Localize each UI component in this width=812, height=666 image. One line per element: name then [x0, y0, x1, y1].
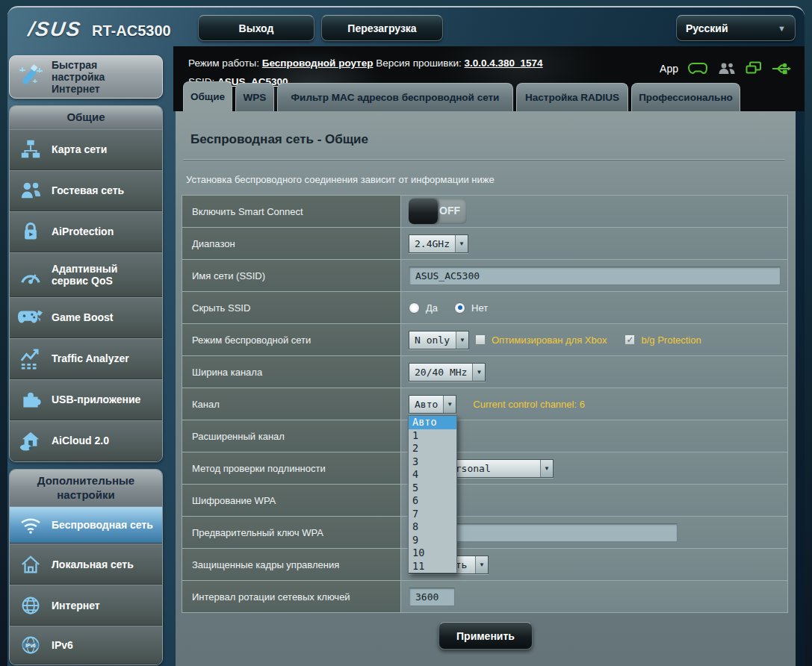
chevron-down-icon: ▼	[456, 332, 468, 349]
toggle-state-label: OFF	[439, 205, 460, 217]
sidebar-item-game-boost[interactable]: Game Boost	[10, 297, 162, 338]
usb-icon[interactable]	[772, 63, 791, 75]
chevron-down-icon: ▼	[540, 460, 553, 477]
users-icon[interactable]	[718, 62, 736, 75]
puzzle-icon	[10, 389, 52, 410]
channel-option[interactable]: 8	[409, 520, 456, 534]
channel-option[interactable]: 1	[409, 429, 456, 443]
firmware-link[interactable]: 3.0.0.4.380_1574	[464, 57, 542, 69]
channel-option[interactable]: 5	[409, 482, 456, 495]
channel-option[interactable]: 10	[409, 547, 456, 560]
chevron-down-icon: ▼	[778, 24, 786, 33]
quick-setup-button[interactable]: Быстрая настройка Интернет	[9, 55, 163, 99]
sidebar-item-ipv6[interactable]: IPv6 IPv6	[10, 626, 162, 665]
hide-ssid-label: Скрыть SSID	[182, 292, 401, 323]
sidebar-item-internet[interactable]: Интернет	[10, 585, 162, 626]
key-rotation-input[interactable]	[409, 588, 455, 606]
channel-select[interactable]: Авто ▼	[409, 395, 456, 414]
row-smart-connect: Включить Smart Connect OFF	[182, 196, 787, 228]
ssid-input[interactable]	[409, 267, 781, 285]
bg-protection-label: b/g Protection	[641, 334, 701, 346]
hide-ssid-no-label: Нет	[471, 302, 488, 314]
tab-radius[interactable]: Настройка RADIUS	[516, 83, 628, 111]
bg-protection-checkbox[interactable]: ✓	[625, 334, 635, 345]
hide-ssid-value-cell: Да Нет	[401, 292, 787, 323]
row-wireless-mode: Режим беспроводной сети N only ▼ Оптимиз…	[182, 324, 787, 356]
tab-professional[interactable]: Профессионально	[631, 83, 740, 111]
settings-table: Включить Smart Connect OFF Диапазон 2.4G…	[182, 195, 788, 613]
sidebar-item-wireless[interactable]: Беспроводная сеть	[10, 506, 162, 544]
reboot-button[interactable]: Перезагрузка	[321, 15, 443, 41]
sidebar-item-traffic-analyzer[interactable]: Traffic Analyzer	[10, 338, 162, 379]
screens-icon[interactable]	[746, 61, 762, 75]
smart-connect-toggle[interactable]: OFF	[409, 199, 467, 224]
channel-option[interactable]: 11	[409, 560, 456, 573]
language-select[interactable]: Русский ▼	[676, 15, 796, 41]
sidebar-item-aicloud[interactable]: AiCloud 2.0	[10, 420, 162, 461]
wireless-mode-select[interactable]: N only ▼	[409, 331, 469, 349]
hide-ssid-yes-label: Да	[426, 302, 438, 314]
wireless-mode-value-cell: N only ▼ Оптимизирован для Xbox ✓ b/g Pr…	[401, 324, 787, 355]
auth-method-value-cell: WPA2-Personal ▼	[401, 452, 787, 484]
tab-wps[interactable]: WPS	[235, 83, 274, 111]
channel-option[interactable]: 2	[409, 442, 456, 455]
channel-option[interactable]: 4	[409, 468, 456, 482]
logout-button[interactable]: Выход	[198, 15, 314, 41]
guest-network-icon	[10, 179, 52, 202]
sidebar-header-advanced: Дополнительные настройки	[10, 470, 162, 507]
channel-option[interactable]: Авто	[409, 416, 456, 429]
tab-mac-filter[interactable]: Фильтр MAC адресов беспроводной сети	[277, 83, 513, 111]
main-content: Беспроводная сеть - Общие Установка бесп…	[176, 111, 796, 666]
xbox-optimized-checkbox[interactable]	[475, 334, 486, 345]
shield-lock-icon	[10, 220, 52, 243]
firmware-label: Версия прошивки:	[376, 57, 461, 69]
extension-channel-value-cell	[401, 420, 787, 452]
row-extension-channel: Расширенный канал	[182, 420, 787, 452]
toggle-knob	[409, 199, 438, 224]
sidebar-item-adaptive-qos[interactable]: Адаптивный сервис QoS	[10, 252, 162, 297]
channel-value-cell: Авто ▼ Current control channel: 6	[401, 388, 787, 420]
sidebar-group-general: Общие Карта сети Гостевая сеть	[9, 105, 163, 462]
gauge-icon	[10, 264, 52, 285]
channel-option[interactable]: 3	[409, 455, 456, 469]
wireless-mode-label: Режим беспроводной сети	[182, 324, 401, 355]
tab-general[interactable]: Общие	[183, 81, 232, 111]
smart-connect-label: Включить Smart Connect	[182, 196, 401, 227]
sidebar: Быстрая настройка Интернет Общие Карта с…	[9, 55, 163, 665]
hide-ssid-no-radio[interactable]	[454, 302, 465, 314]
channel-label: Канал	[182, 388, 401, 420]
row-ssid: Имя сети (SSID)	[182, 260, 787, 292]
globe-icon	[10, 595, 52, 616]
ipv6-icon: IPv6	[10, 635, 52, 656]
channel-width-select[interactable]: 20/40 MHz ▼	[409, 363, 486, 382]
cloud-home-icon	[10, 430, 52, 451]
channel-option[interactable]: 6	[409, 494, 456, 508]
sidebar-item-guest-network[interactable]: Гостевая сеть	[10, 170, 162, 211]
sidebar-item-network-map[interactable]: Карта сети	[10, 129, 162, 170]
xbox-optimized-label: Оптимизирован для Xbox	[492, 334, 607, 346]
sidebar-item-usb-application[interactable]: USB-приложение	[10, 379, 162, 420]
wpa-key-label: Предварительный ключ WPA	[182, 517, 401, 548]
wpa-key-value-cell	[401, 517, 787, 548]
operation-mode-link[interactable]: Беспроводной роутер	[262, 57, 374, 69]
sidebar-item-aiprotection[interactable]: AiProtection	[10, 211, 162, 252]
network-map-icon	[10, 138, 52, 161]
page-description: Установка беспроводного соединения завис…	[186, 174, 495, 185]
title-divider	[183, 159, 785, 160]
channel-width-value-cell: 20/40 MHz ▼	[401, 356, 787, 388]
home-icon	[10, 554, 52, 575]
status-line-1: Режим работы: Беспроводной роутер Версия…	[188, 57, 543, 69]
app-icon-strip: App	[660, 61, 791, 75]
channel-option[interactable]: 7	[409, 508, 456, 521]
apply-button[interactable]: Применить	[438, 622, 533, 650]
channel-option[interactable]: 9	[409, 534, 456, 547]
hide-ssid-yes-radio[interactable]	[409, 302, 420, 314]
magic-wand-icon	[16, 61, 46, 93]
band-select[interactable]: 2.4GHz ▼	[409, 234, 468, 253]
sidebar-item-lan[interactable]: Локальная сеть	[10, 544, 162, 585]
asus-logo: /SUS	[27, 18, 83, 41]
traffic-chart-icon	[10, 347, 52, 370]
gamepad-icon[interactable]	[688, 62, 708, 75]
row-channel: Канал Авто ▼ Current control channel: 6	[182, 388, 787, 420]
auth-method-label: Метод проверки подлинности	[182, 452, 401, 484]
